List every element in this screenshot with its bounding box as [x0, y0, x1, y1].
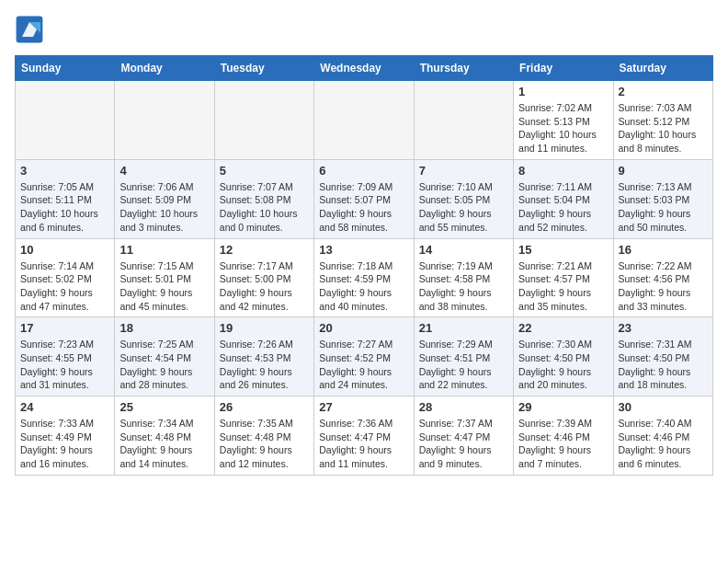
day-cell: 8Sunrise: 7:11 AM Sunset: 5:04 PM Daylig… [514, 159, 613, 238]
week-row-0: 1Sunrise: 7:02 AM Sunset: 5:13 PM Daylig… [16, 81, 713, 160]
weekday-header-tuesday: Tuesday [214, 56, 313, 81]
day-cell: 18Sunrise: 7:25 AM Sunset: 4:54 PM Dayli… [115, 317, 214, 396]
day-cell: 28Sunrise: 7:37 AM Sunset: 4:47 PM Dayli… [414, 396, 513, 476]
day-number: 9 [619, 164, 708, 178]
calendar: SundayMondayTuesdayWednesdayThursdayFrid… [15, 55, 713, 476]
day-cell: 19Sunrise: 7:26 AM Sunset: 4:53 PM Dayli… [214, 317, 313, 396]
weekday-header-thursday: Thursday [414, 56, 513, 81]
day-number: 12 [220, 243, 309, 257]
day-number: 25 [119, 400, 209, 414]
day-info: Sunrise: 7:02 AM Sunset: 5:13 PM Dayligh… [518, 101, 608, 155]
day-cell [16, 81, 115, 160]
day-cell: 11Sunrise: 7:15 AM Sunset: 5:01 PM Dayli… [115, 238, 214, 317]
day-number: 5 [220, 164, 309, 178]
day-cell: 14Sunrise: 7:19 AM Sunset: 4:58 PM Dayli… [414, 238, 513, 317]
logo-icon [15, 15, 44, 44]
day-number: 13 [319, 243, 408, 257]
day-number: 27 [319, 400, 408, 414]
day-info: Sunrise: 7:05 AM Sunset: 5:11 PM Dayligh… [20, 180, 109, 235]
day-info: Sunrise: 7:15 AM Sunset: 5:01 PM Dayligh… [119, 259, 209, 314]
day-cell: 12Sunrise: 7:17 AM Sunset: 5:00 PM Dayli… [214, 238, 313, 317]
day-number: 2 [619, 85, 708, 98]
day-number: 11 [119, 243, 209, 257]
day-info: Sunrise: 7:09 AM Sunset: 5:07 PM Dayligh… [319, 180, 408, 235]
day-number: 3 [20, 164, 109, 178]
day-info: Sunrise: 7:36 AM Sunset: 4:47 PM Dayligh… [319, 417, 408, 471]
day-cell: 24Sunrise: 7:33 AM Sunset: 4:49 PM Dayli… [16, 396, 115, 476]
day-number: 16 [619, 243, 708, 257]
day-number: 10 [20, 243, 109, 257]
day-cell: 7Sunrise: 7:10 AM Sunset: 5:05 PM Daylig… [414, 159, 513, 238]
day-number: 8 [518, 164, 608, 178]
week-row-1: 3Sunrise: 7:05 AM Sunset: 5:11 PM Daylig… [16, 159, 713, 238]
day-info: Sunrise: 7:22 AM Sunset: 4:56 PM Dayligh… [619, 259, 708, 314]
day-number: 14 [419, 243, 508, 257]
day-info: Sunrise: 7:35 AM Sunset: 4:48 PM Dayligh… [220, 417, 309, 471]
day-info: Sunrise: 7:10 AM Sunset: 5:05 PM Dayligh… [419, 180, 508, 235]
day-cell: 16Sunrise: 7:22 AM Sunset: 4:56 PM Dayli… [613, 238, 712, 317]
day-number: 17 [20, 321, 109, 335]
day-number: 29 [518, 400, 608, 414]
day-cell: 2Sunrise: 7:03 AM Sunset: 5:12 PM Daylig… [613, 81, 712, 160]
day-info: Sunrise: 7:14 AM Sunset: 5:02 PM Dayligh… [20, 259, 109, 314]
day-cell [214, 81, 313, 160]
day-number: 20 [319, 321, 408, 335]
day-number: 26 [220, 400, 309, 414]
day-info: Sunrise: 7:07 AM Sunset: 5:08 PM Dayligh… [220, 180, 309, 235]
day-number: 30 [619, 400, 708, 414]
day-cell: 1Sunrise: 7:02 AM Sunset: 5:13 PM Daylig… [514, 81, 613, 160]
weekday-header-saturday: Saturday [613, 56, 712, 81]
day-cell: 29Sunrise: 7:39 AM Sunset: 4:46 PM Dayli… [514, 396, 613, 476]
week-row-2: 10Sunrise: 7:14 AM Sunset: 5:02 PM Dayli… [16, 238, 713, 317]
day-number: 24 [20, 400, 109, 414]
day-number: 23 [619, 321, 708, 335]
day-cell [115, 81, 214, 160]
day-cell: 20Sunrise: 7:27 AM Sunset: 4:52 PM Dayli… [314, 317, 414, 396]
day-info: Sunrise: 7:40 AM Sunset: 4:46 PM Dayligh… [619, 417, 708, 471]
day-info: Sunrise: 7:19 AM Sunset: 4:58 PM Dayligh… [419, 259, 508, 314]
day-info: Sunrise: 7:37 AM Sunset: 4:47 PM Dayligh… [419, 417, 508, 471]
day-number: 19 [220, 321, 309, 335]
day-info: Sunrise: 7:26 AM Sunset: 4:53 PM Dayligh… [220, 338, 309, 392]
day-info: Sunrise: 7:25 AM Sunset: 4:54 PM Dayligh… [119, 338, 209, 392]
day-cell: 4Sunrise: 7:06 AM Sunset: 5:09 PM Daylig… [115, 159, 214, 238]
day-number: 7 [419, 164, 508, 178]
day-cell: 5Sunrise: 7:07 AM Sunset: 5:08 PM Daylig… [214, 159, 313, 238]
day-cell: 3Sunrise: 7:05 AM Sunset: 5:11 PM Daylig… [16, 159, 115, 238]
day-cell: 22Sunrise: 7:30 AM Sunset: 4:50 PM Dayli… [514, 317, 613, 396]
day-cell: 21Sunrise: 7:29 AM Sunset: 4:51 PM Dayli… [414, 317, 513, 396]
day-info: Sunrise: 7:23 AM Sunset: 4:55 PM Dayligh… [20, 338, 109, 392]
day-cell: 17Sunrise: 7:23 AM Sunset: 4:55 PM Dayli… [16, 317, 115, 396]
day-info: Sunrise: 7:13 AM Sunset: 5:03 PM Dayligh… [619, 180, 708, 235]
day-cell: 23Sunrise: 7:31 AM Sunset: 4:50 PM Dayli… [613, 317, 712, 396]
day-number: 28 [419, 400, 508, 414]
day-number: 18 [119, 321, 209, 335]
day-info: Sunrise: 7:27 AM Sunset: 4:52 PM Dayligh… [319, 338, 408, 392]
day-cell: 6Sunrise: 7:09 AM Sunset: 5:07 PM Daylig… [314, 159, 414, 238]
day-info: Sunrise: 7:21 AM Sunset: 4:57 PM Dayligh… [518, 259, 608, 314]
logo [15, 15, 48, 44]
day-cell: 25Sunrise: 7:34 AM Sunset: 4:48 PM Dayli… [115, 396, 214, 476]
day-info: Sunrise: 7:34 AM Sunset: 4:48 PM Dayligh… [119, 417, 209, 471]
day-info: Sunrise: 7:31 AM Sunset: 4:50 PM Dayligh… [619, 338, 708, 392]
header [15, 15, 713, 44]
day-info: Sunrise: 7:33 AM Sunset: 4:49 PM Dayligh… [20, 417, 109, 471]
day-cell: 10Sunrise: 7:14 AM Sunset: 5:02 PM Dayli… [16, 238, 115, 317]
weekday-header-monday: Monday [115, 56, 214, 81]
weekday-header-row: SundayMondayTuesdayWednesdayThursdayFrid… [16, 56, 713, 81]
day-info: Sunrise: 7:06 AM Sunset: 5:09 PM Dayligh… [119, 180, 209, 235]
day-cell [314, 81, 414, 160]
day-info: Sunrise: 7:03 AM Sunset: 5:12 PM Dayligh… [619, 101, 708, 155]
day-cell: 9Sunrise: 7:13 AM Sunset: 5:03 PM Daylig… [613, 159, 712, 238]
day-info: Sunrise: 7:30 AM Sunset: 4:50 PM Dayligh… [518, 338, 608, 392]
weekday-header-wednesday: Wednesday [314, 56, 414, 81]
day-info: Sunrise: 7:29 AM Sunset: 4:51 PM Dayligh… [419, 338, 508, 392]
day-number: 22 [518, 321, 608, 335]
day-cell: 30Sunrise: 7:40 AM Sunset: 4:46 PM Dayli… [613, 396, 712, 476]
week-row-4: 24Sunrise: 7:33 AM Sunset: 4:49 PM Dayli… [16, 396, 713, 476]
day-info: Sunrise: 7:39 AM Sunset: 4:46 PM Dayligh… [518, 417, 608, 471]
day-number: 4 [119, 164, 209, 178]
day-cell: 13Sunrise: 7:18 AM Sunset: 4:59 PM Dayli… [314, 238, 414, 317]
day-info: Sunrise: 7:11 AM Sunset: 5:04 PM Dayligh… [518, 180, 608, 235]
weekday-header-sunday: Sunday [16, 56, 115, 81]
